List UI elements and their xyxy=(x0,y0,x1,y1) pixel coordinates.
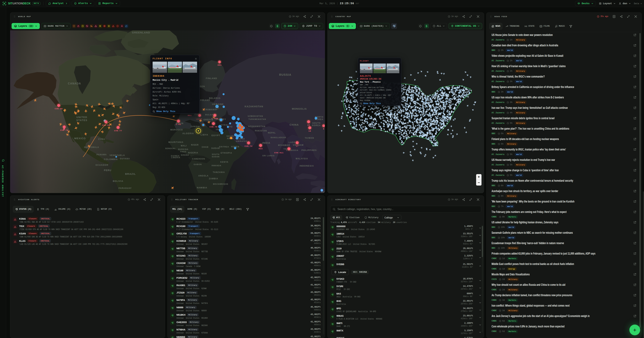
svg-text:LIBERIA: LIBERIA xyxy=(171,156,180,158)
svg-text:ANGOLA: ANGOLA xyxy=(198,175,209,177)
svg-text:TURKMENISTAN: TURKMENISTAN xyxy=(248,118,266,120)
svg-text:MALI: MALI xyxy=(181,144,187,147)
svg-text:MALAYSIA: MALAYSIA xyxy=(296,157,308,160)
svg-text:BURKINA: BURKINA xyxy=(178,148,188,150)
svg-text:GHANA: GHANA xyxy=(181,154,189,156)
svg-text:UNITED: UNITED xyxy=(76,116,88,118)
svg-text:PERU: PERU xyxy=(104,169,112,172)
svg-text:CVN-72: CVN-72 xyxy=(244,145,252,147)
svg-text:GREENLAND: GREENLAND xyxy=(132,31,150,34)
svg-text:LAOS: LAOS xyxy=(289,141,295,143)
svg-text:ECUADOR: ECUADOR xyxy=(96,164,108,166)
svg-text:17: 17 xyxy=(296,145,298,147)
svg-text:SUDAN: SUDAN xyxy=(211,147,220,149)
svg-text:CHAD: CHAD xyxy=(202,146,209,148)
svg-text:FASO: FASO xyxy=(180,151,186,153)
svg-text:ALGERIA: ALGERIA xyxy=(182,132,194,135)
svg-text:18: 18 xyxy=(308,130,311,132)
svg-text:DEN: DEN xyxy=(200,85,205,88)
svg-text:GABON: GABON xyxy=(194,163,202,165)
svg-text:063: 063 xyxy=(218,64,222,66)
svg-text:VENEZUELA: VENEZUELA xyxy=(110,154,125,156)
svg-text:KENYA: KENYA xyxy=(220,161,228,163)
svg-text:SRI LANKA: SRI LANKA xyxy=(262,155,274,157)
svg-text:MOROCCO: MOROCCO xyxy=(170,129,183,131)
svg-text:LCZ456B: LCZ456B xyxy=(196,118,202,120)
svg-text:PARAGUAY: PARAGUAY xyxy=(118,187,132,189)
svg-text:MAURITANIA: MAURITANIA xyxy=(168,141,184,143)
svg-text:COLOMBIA: COLOMBIA xyxy=(104,158,118,160)
svg-text:RWANDA: RWANDA xyxy=(212,164,221,166)
svg-text:BELARUS: BELARUS xyxy=(209,97,221,99)
svg-text:SENEGAL: SENEGAL xyxy=(165,147,176,149)
svg-text:LIBYA: LIBYA xyxy=(200,133,208,136)
svg-text:BOLIVIA: BOLIVIA xyxy=(113,180,123,182)
svg-text:ZAMBIA: ZAMBIA xyxy=(209,178,218,180)
svg-text:FINLAND: FINLAND xyxy=(206,77,217,80)
svg-text:SYRIA: SYRIA xyxy=(221,124,228,126)
svg-text:MONGOLIA: MONGOLIA xyxy=(292,107,307,110)
svg-text:CANADA: CANADA xyxy=(68,82,81,85)
svg-text:BRAZIL: BRAZIL xyxy=(125,173,136,175)
svg-text:MEXICO: MEXICO xyxy=(74,137,86,140)
svg-text:EMIRATES: EMIRATES xyxy=(236,140,247,142)
svg-text:PHILIPPINES: PHILIPPINES xyxy=(301,149,317,151)
svg-text:MOZAMBIQUE: MOZAMBIQUE xyxy=(213,183,228,185)
svg-text:TANZANIA: TANZANIA xyxy=(213,171,225,174)
svg-text:PAKISTAN: PAKISTAN xyxy=(255,130,267,132)
svg-text:L-61: L-61 xyxy=(176,123,181,125)
svg-text:SOUTH: SOUTH xyxy=(312,122,321,124)
svg-text:NIGER: NIGER xyxy=(191,144,199,146)
svg-text:GUATEMALA: GUATEMALA xyxy=(84,146,99,148)
svg-text:L-408: L-408 xyxy=(212,117,218,120)
svg-text:NAMIBIA: NAMIBIA xyxy=(197,187,207,189)
svg-text:CHINA: CHINA xyxy=(290,123,299,126)
svg-text:R91: R91 xyxy=(188,114,192,116)
svg-text:CVN-59: CVN-59 xyxy=(102,124,110,126)
svg-text:TAIWAN: TAIWAN xyxy=(305,137,314,139)
svg-text:CVN-77: CVN-77 xyxy=(114,130,122,132)
svg-text:CVN-58: CVN-58 xyxy=(55,108,62,110)
svg-text:INDONESIA: INDONESIA xyxy=(300,164,314,167)
svg-text:SUDAN: SUDAN xyxy=(212,156,220,158)
svg-text:ETHIOPIA: ETHIOPIA xyxy=(221,152,232,154)
svg-text:AFGHANISTAN: AFGHANISTAN xyxy=(248,125,266,128)
svg-text:NEPAL: NEPAL xyxy=(268,132,276,134)
svg-text:INDIA: INDIA xyxy=(262,141,270,144)
svg-text:EGYPT: EGYPT xyxy=(212,134,220,137)
svg-text:KOREA: KOREA xyxy=(312,124,321,127)
svg-text:PANAMA: PANAMA xyxy=(96,153,107,156)
svg-text:CVH-911: CVH-911 xyxy=(274,152,284,154)
svg-text:CVN-78: CVN-78 xyxy=(210,126,217,128)
svg-text:ROMANIA: ROMANIA xyxy=(206,108,217,111)
svg-text:CUBA: CUBA xyxy=(98,138,105,140)
svg-text:0: 0 xyxy=(323,128,324,130)
svg-text:CAMEROON: CAMEROON xyxy=(192,158,205,160)
svg-text:RUSSIA: RUSSIA xyxy=(279,73,291,76)
svg-text:KAZAKHSTAN: KAZAKHSTAN xyxy=(244,105,263,108)
svg-text:STATES: STATES xyxy=(76,119,88,122)
svg-text:GUYANA: GUYANA xyxy=(120,157,130,160)
svg-text:NIGERIA: NIGERIA xyxy=(188,152,198,154)
svg-text:MYANMAR: MYANMAR xyxy=(278,144,290,146)
svg-text:BANGLADESH: BANGLADESH xyxy=(271,136,286,138)
svg-text:UZBEKISTAN: UZBEKISTAN xyxy=(248,115,263,117)
svg-text:SOUTH: SOUTH xyxy=(212,153,220,155)
svg-text:POLAND: POLAND xyxy=(200,99,210,101)
svg-text:R33: R33 xyxy=(258,147,263,150)
svg-text:ERITREA: ERITREA xyxy=(219,146,229,148)
